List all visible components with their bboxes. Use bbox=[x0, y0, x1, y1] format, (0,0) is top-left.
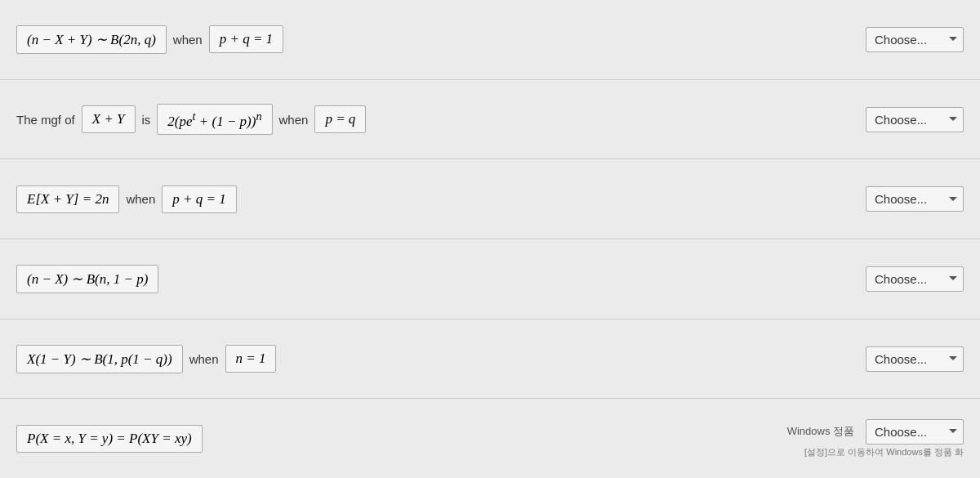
row6-dropdown[interactable]: Choose... True False bbox=[866, 419, 964, 444]
question-row-5: X(1 − Y) ∼ B(1, p(1 − q)) when n = 1 Cho… bbox=[0, 319, 980, 400]
main-container: (n − X + Y) ∼ B(2n, q) when p + q = 1 Ch… bbox=[0, 0, 980, 478]
row6-windows-label: Windows 정품 bbox=[787, 424, 854, 439]
row2-when: when bbox=[279, 113, 309, 127]
row6-right: Windows 정품 Choose... True False [설정]으로 이… bbox=[787, 419, 964, 458]
row1-content: (n − X + Y) ∼ B(2n, q) when p + q = 1 bbox=[16, 25, 866, 54]
row3-content: E[X + Y] = 2n when p + q = 1 bbox=[16, 185, 866, 213]
row5-dropdown-wrapper: Choose... True False bbox=[866, 346, 964, 372]
row4-math1: (n − X) ∼ B(n, 1 − p) bbox=[16, 265, 158, 293]
row2-math3: p = q bbox=[314, 105, 366, 133]
row3-when: when bbox=[126, 192, 155, 206]
row1-dropdown[interactable]: Choose... True False bbox=[866, 27, 964, 52]
row2-dropdown[interactable]: Choose... True False bbox=[866, 107, 964, 132]
question-row-3: E[X + Y] = 2n when p + q = 1 Choose... T… bbox=[0, 159, 980, 239]
row4-content: (n − X) ∼ B(n, 1 − p) bbox=[16, 265, 866, 293]
row2-text2: is bbox=[142, 113, 151, 127]
row1-math1: (n − X + Y) ∼ B(2n, q) bbox=[16, 25, 167, 54]
row6-math1: P(X = x, Y = y) = P(XY = xy) bbox=[16, 425, 203, 453]
row3-dropdown-wrapper: Choose... True False bbox=[866, 186, 964, 212]
row2-text1: The mgf of bbox=[16, 113, 75, 127]
row4-dropdown[interactable]: Choose... True False bbox=[866, 266, 964, 292]
row1-dropdown-wrapper: Choose... True False bbox=[866, 27, 964, 52]
question-row-4: (n − X) ∼ B(n, 1 − p) Choose... True Fal… bbox=[0, 239, 980, 319]
row5-dropdown[interactable]: Choose... True False bbox=[866, 346, 964, 372]
row2-math1: X + Y bbox=[82, 105, 136, 133]
row5-math1: X(1 − Y) ∼ B(1, p(1 − q)) bbox=[16, 345, 183, 373]
row5-math2: n = 1 bbox=[225, 345, 277, 373]
row2-dropdown-wrapper: Choose... True False bbox=[866, 107, 964, 132]
question-row-6: P(X = x, Y = y) = P(XY = xy) Windows 정품 … bbox=[0, 399, 980, 478]
row5-content: X(1 − Y) ∼ B(1, p(1 − q)) when n = 1 bbox=[16, 345, 866, 373]
row3-math2: p + q = 1 bbox=[162, 185, 236, 213]
question-row-2: The mgf of X + Y is 2(pet + (1 − p))n wh… bbox=[0, 80, 980, 160]
row2-math2: 2(pet + (1 − p))n bbox=[157, 104, 272, 136]
row5-when: when bbox=[189, 352, 219, 366]
row3-math1: E[X + Y] = 2n bbox=[16, 185, 119, 213]
row1-when: when bbox=[173, 33, 203, 47]
row3-dropdown[interactable]: Choose... True False bbox=[866, 186, 964, 212]
row1-math2: p + q = 1 bbox=[209, 25, 283, 53]
row6-activation-text: [설정]으로 이동하여 Windows를 정품 화 bbox=[804, 446, 964, 458]
row2-content: The mgf of X + Y is 2(pet + (1 − p))n wh… bbox=[16, 104, 866, 136]
question-row-1: (n − X + Y) ∼ B(2n, q) when p + q = 1 Ch… bbox=[0, 0, 980, 80]
row4-dropdown-wrapper: Choose... True False bbox=[866, 266, 964, 292]
row6-content: P(X = x, Y = y) = P(XY = xy) bbox=[16, 425, 787, 453]
row6-choose-row: Windows 정품 Choose... True False bbox=[787, 419, 964, 444]
